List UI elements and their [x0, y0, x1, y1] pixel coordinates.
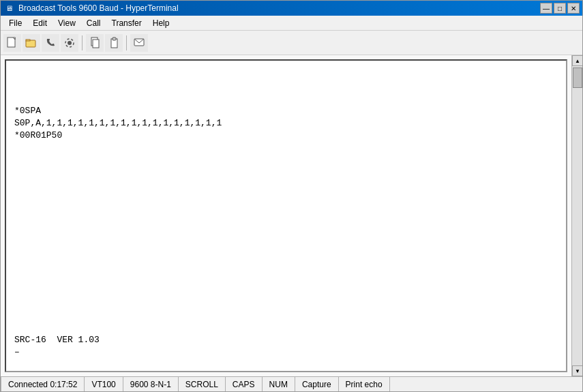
terminal-bottom: SRC-16 VER 1.03 – [14, 334, 100, 359]
toolbar-sep-1 [82, 35, 83, 50]
menu-edit[interactable]: Edit [27, 16, 53, 30]
status-scroll: SCROLL [179, 377, 226, 391]
menu-view[interactable]: View [53, 16, 81, 30]
status-connected: Connected 0:17:52 [1, 377, 85, 391]
terminal-cursor-line: – [14, 346, 100, 359]
status-caps: CAPS [226, 377, 263, 391]
window-title: Broadcast Tools 9600 Baud - HyperTermina… [18, 3, 179, 13]
status-baud-rate: 9600 8-N-1 [123, 377, 179, 391]
scroll-up-button[interactable]: ▲ [572, 55, 582, 66]
settings-button[interactable] [61, 34, 78, 52]
title-bar: 🖥 Broadcast Tools 9600 Baud - HyperTermi… [1, 1, 582, 16]
paste-button[interactable] [105, 34, 123, 52]
menu-file[interactable]: File [3, 16, 27, 30]
terminal-line-2: S0P,A,1,1,1,1,1,1,1,1,1,1,1,1,1,1,1,1,1 [14, 117, 558, 130]
svg-rect-8 [113, 37, 116, 40]
terminal-content: *0SPA S0P,A,1,1,1,1,1,1,1,1,1,1,1,1,1,1,… [14, 105, 558, 142]
terminal[interactable]: *0SPA S0P,A,1,1,1,1,1,1,1,1,1,1,1,1,1,1,… [5, 59, 567, 372]
status-terminal-type: VT100 [85, 377, 123, 391]
svg-rect-0 [8, 37, 15, 47]
menu-call[interactable]: Call [81, 16, 106, 30]
main-window: 🖥 Broadcast Tools 9600 Baud - HyperTermi… [0, 0, 583, 392]
new-button[interactable] [3, 34, 21, 52]
svg-point-3 [68, 41, 72, 45]
svg-rect-2 [26, 40, 30, 41]
scrollbar-thumb[interactable] [573, 67, 582, 88]
copy-button[interactable] [86, 34, 104, 52]
menu-bar: File Edit View Call Transfer Help [1, 16, 582, 31]
scrollbar[interactable]: ▲ ▼ [571, 55, 582, 376]
call-button[interactable] [42, 34, 59, 52]
main-area: *0SPA S0P,A,1,1,1,1,1,1,1,1,1,1,1,1,1,1,… [1, 55, 582, 376]
menu-transfer[interactable]: Transfer [106, 16, 147, 30]
toolbar [1, 31, 582, 55]
app-icon: 🖥 [3, 3, 14, 14]
send-button[interactable] [130, 34, 148, 52]
title-bar-controls: — □ ✕ [540, 3, 580, 14]
terminal-line-1: *0SPA [14, 105, 558, 117]
terminal-line-3: *00R01P50 [14, 130, 558, 142]
status-print-echo: Print echo [339, 377, 390, 391]
scroll-down-button[interactable]: ▼ [572, 365, 582, 376]
title-bar-left: 🖥 Broadcast Tools 9600 Baud - HyperTermi… [3, 3, 179, 14]
status-bar: Connected 0:17:52 VT100 9600 8-N-1 SCROL… [1, 376, 582, 391]
open-button[interactable] [23, 34, 40, 52]
minimize-button[interactable]: — [540, 3, 552, 14]
close-button[interactable]: ✕ [567, 3, 580, 14]
scrollbar-track[interactable] [572, 66, 582, 365]
terminal-container: *0SPA S0P,A,1,1,1,1,1,1,1,1,1,1,1,1,1,1,… [1, 55, 571, 376]
terminal-version-line: SRC-16 VER 1.03 [14, 334, 100, 346]
menu-help[interactable]: Help [147, 16, 175, 30]
maximize-button[interactable]: □ [554, 3, 566, 14]
status-num: NUM [263, 377, 295, 391]
svg-rect-6 [93, 40, 99, 48]
status-capture: Capture [295, 377, 339, 391]
toolbar-sep-2 [126, 35, 127, 50]
